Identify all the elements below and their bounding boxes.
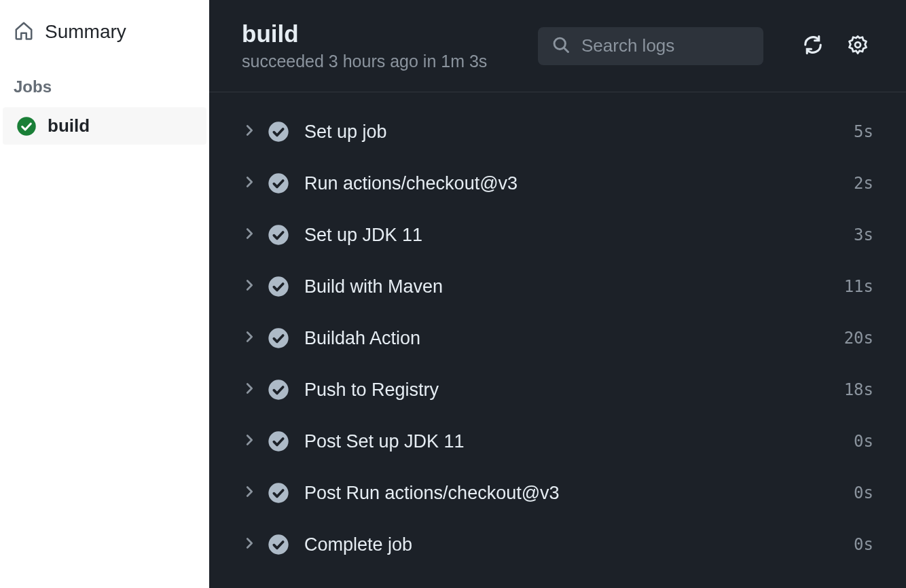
- step-name: Build with Maven: [304, 276, 844, 297]
- step-row[interactable]: Buildah Action 20s: [242, 312, 873, 364]
- check-circle-icon: [268, 172, 289, 194]
- gear-icon: [848, 35, 868, 55]
- refresh-button[interactable]: [797, 29, 829, 63]
- step-name: Set up JDK 11: [304, 225, 854, 246]
- sidebar-jobs-heading: Jobs: [0, 50, 209, 107]
- svg-point-0: [17, 117, 36, 136]
- step-row[interactable]: Run actions/checkout@v3 2s: [242, 158, 873, 209]
- step-row[interactable]: Set up JDK 11 3s: [242, 209, 873, 261]
- sidebar-summary-link[interactable]: Summary: [0, 14, 209, 50]
- main-header-titles: build succeeded 3 hours ago in 1m 3s: [242, 20, 538, 71]
- settings-button[interactable]: [842, 29, 873, 63]
- refresh-icon: [803, 35, 823, 55]
- check-circle-icon: [268, 121, 289, 143]
- steps-list: Set up job 5s Run actions/checkout@v3 2s…: [209, 92, 906, 588]
- check-circle-icon: [268, 534, 289, 555]
- step-row[interactable]: Push to Registry 18s: [242, 364, 873, 416]
- sidebar: Summary Jobs build: [0, 0, 209, 588]
- step-duration: 0s: [854, 535, 873, 554]
- main-panel: build succeeded 3 hours ago in 1m 3s: [209, 0, 906, 588]
- chevron-right-icon: [242, 484, 257, 502]
- svg-point-3: [855, 42, 860, 48]
- chevron-right-icon: [242, 329, 257, 347]
- svg-point-5: [268, 173, 288, 193]
- check-circle-icon: [268, 379, 289, 401]
- check-circle-icon: [268, 276, 289, 297]
- step-row[interactable]: Complete job 0s: [242, 519, 873, 570]
- search-logs-input[interactable]: [581, 35, 750, 56]
- search-logs-box[interactable]: [538, 27, 763, 65]
- svg-point-10: [268, 431, 288, 451]
- main-header: build succeeded 3 hours ago in 1m 3s: [209, 0, 906, 92]
- svg-point-4: [268, 122, 288, 141]
- sidebar-summary-label: Summary: [45, 21, 126, 43]
- step-row[interactable]: Build with Maven 11s: [242, 261, 873, 312]
- step-name: Post Set up JDK 11: [304, 431, 854, 452]
- step-name: Complete job: [304, 534, 854, 555]
- step-duration: 2s: [854, 174, 873, 193]
- check-circle-icon: [268, 482, 289, 504]
- step-row[interactable]: Post Run actions/checkout@v3 0s: [242, 467, 873, 519]
- home-icon: [14, 20, 34, 43]
- step-name: Set up job: [304, 122, 854, 143]
- svg-line-2: [564, 48, 568, 52]
- search-icon: [551, 35, 570, 57]
- svg-point-11: [268, 483, 288, 502]
- step-duration: 0s: [854, 483, 873, 502]
- check-circle-icon: [16, 116, 37, 136]
- check-circle-icon: [268, 327, 289, 349]
- step-name: Run actions/checkout@v3: [304, 173, 854, 194]
- svg-point-9: [268, 380, 288, 399]
- chevron-right-icon: [242, 381, 257, 399]
- step-duration: 5s: [854, 122, 873, 141]
- svg-point-7: [268, 276, 288, 296]
- chevron-right-icon: [242, 278, 257, 295]
- svg-point-12: [268, 534, 288, 554]
- chevron-right-icon: [242, 226, 257, 244]
- step-duration: 18s: [844, 380, 873, 399]
- sidebar-job-label: build: [48, 115, 90, 136]
- step-row[interactable]: Post Set up JDK 11 0s: [242, 416, 873, 467]
- step-row[interactable]: Set up job 5s: [242, 106, 873, 158]
- chevron-right-icon: [242, 174, 257, 192]
- job-title: build: [242, 20, 538, 48]
- sidebar-job-build[interactable]: build: [3, 107, 206, 145]
- check-circle-icon: [268, 224, 289, 246]
- svg-point-8: [268, 328, 288, 348]
- check-circle-icon: [268, 430, 289, 452]
- step-duration: 11s: [844, 277, 873, 296]
- chevron-right-icon: [242, 123, 257, 141]
- chevron-right-icon: [242, 536, 257, 553]
- step-duration: 20s: [844, 329, 873, 348]
- step-name: Buildah Action: [304, 328, 844, 349]
- svg-point-6: [268, 225, 288, 244]
- step-duration: 0s: [854, 432, 873, 451]
- step-name: Post Run actions/checkout@v3: [304, 483, 854, 504]
- step-name: Push to Registry: [304, 380, 844, 401]
- chevron-right-icon: [242, 433, 257, 450]
- step-duration: 3s: [854, 225, 873, 244]
- job-status-text: succeeded 3 hours ago in 1m 3s: [242, 52, 538, 71]
